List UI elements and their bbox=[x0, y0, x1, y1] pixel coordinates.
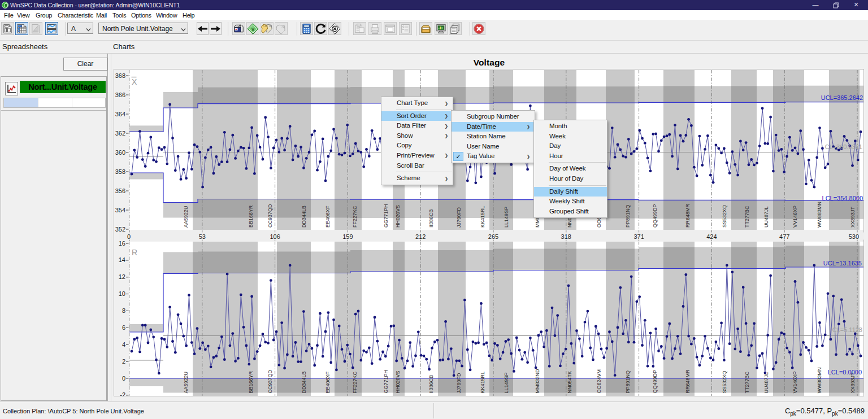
svg-text:362: 362 bbox=[115, 130, 125, 137]
svg-text:GG771PH: GG771PH bbox=[383, 204, 389, 228]
svg-text:SS532XQ: SS532XQ bbox=[722, 205, 727, 228]
svg-text:8: 8 bbox=[122, 307, 125, 314]
svg-text:371: 371 bbox=[633, 233, 644, 240]
svg-text:CL=360.0321: CL=360.0321 bbox=[825, 143, 862, 150]
svg-text:352: 352 bbox=[115, 226, 125, 233]
svg-text:14: 14 bbox=[119, 256, 125, 263]
svg-text:12: 12 bbox=[119, 273, 125, 280]
svg-text:AA5922U: AA5922U bbox=[183, 206, 189, 228]
svg-text:TT277BC: TT277BC bbox=[744, 371, 750, 393]
svg-text:VV146XP: VV146XP bbox=[792, 206, 798, 228]
svg-text:XX393JT: XX393JT bbox=[850, 206, 856, 228]
svg-text:LCL=0.0000: LCL=0.0000 bbox=[828, 369, 862, 376]
svg-text:FF227KC: FF227KC bbox=[352, 206, 358, 228]
svg-text:R: R bbox=[132, 248, 137, 257]
svg-text:4: 4 bbox=[122, 341, 125, 348]
svg-text:II386CB: II386CB bbox=[428, 375, 434, 394]
svg-text:UU487JL: UU487JL bbox=[763, 372, 769, 394]
svg-text:V: V bbox=[251, 26, 255, 32]
svg-text:424: 424 bbox=[706, 233, 717, 240]
svg-text:TT277BC: TT277BC bbox=[744, 206, 750, 228]
svg-text:BB166YR: BB166YR bbox=[248, 370, 254, 393]
svg-text:LL149SP: LL149SP bbox=[504, 207, 509, 228]
svg-text:UU487JL: UU487JL bbox=[763, 206, 769, 228]
svg-text:RR648MR: RR648MR bbox=[685, 369, 691, 394]
svg-text:BB166YR: BB166YR bbox=[248, 205, 254, 228]
svg-text:LL149SP: LL149SP bbox=[504, 372, 509, 393]
svg-text:6: 6 bbox=[122, 324, 125, 331]
svg-text:212: 212 bbox=[415, 233, 426, 240]
svg-text:HH020VS: HH020VS bbox=[395, 370, 401, 393]
svg-text:368: 368 bbox=[115, 72, 125, 79]
svg-text:KK415RL: KK415RL bbox=[480, 206, 485, 228]
svg-text:WW883MN: WW883MN bbox=[817, 202, 822, 228]
svg-text:UCL=13.1635: UCL=13.1635 bbox=[823, 260, 862, 267]
svg-text:AA5922U: AA5922U bbox=[183, 372, 189, 394]
svg-text:UCL=365.2642: UCL=365.2642 bbox=[821, 94, 863, 101]
svg-text:360: 360 bbox=[115, 149, 125, 156]
svg-text:EE406XF: EE406XF bbox=[325, 206, 331, 228]
svg-text:QQ499DP: QQ499DP bbox=[652, 370, 658, 394]
svg-text:JJ790FD: JJ790FD bbox=[456, 373, 462, 394]
svg-text:WW883MN: WW883MN bbox=[817, 367, 822, 393]
svg-text:JJ790FD: JJ790FD bbox=[456, 207, 462, 228]
svg-text:DD344LB: DD344LB bbox=[301, 206, 307, 228]
svg-text:PP891NQ: PP891NQ bbox=[625, 204, 631, 228]
svg-text:106: 106 bbox=[270, 233, 280, 240]
svg-text:318: 318 bbox=[561, 233, 571, 240]
svg-text:DD344LB: DD344LB bbox=[301, 371, 307, 393]
svg-text:MM833ND: MM833ND bbox=[535, 369, 540, 394]
svg-text:CC937QD: CC937QD bbox=[267, 204, 273, 228]
svg-text:HH020VS: HH020VS bbox=[395, 205, 401, 228]
svg-text:0: 0 bbox=[127, 233, 131, 240]
svg-text:265: 265 bbox=[488, 233, 498, 240]
svg-text:2: 2 bbox=[122, 358, 125, 365]
svg-text:CC937QD: CC937QD bbox=[267, 369, 273, 393]
svg-text:366: 366 bbox=[115, 91, 125, 98]
svg-text:QQ499DP: QQ499DP bbox=[652, 204, 658, 228]
svg-text:354: 354 bbox=[115, 207, 125, 213]
svg-text:477: 477 bbox=[779, 233, 789, 240]
svg-text:530: 530 bbox=[849, 233, 859, 240]
svg-text:II386CB: II386CB bbox=[428, 209, 434, 228]
svg-text:KK415RL: KK415RL bbox=[480, 372, 485, 394]
svg-text:PP891NQ: PP891NQ bbox=[625, 370, 631, 394]
svg-text:358: 358 bbox=[115, 168, 125, 175]
svg-text:LCL=354.8000: LCL=354.8000 bbox=[822, 195, 863, 202]
svg-text:SS532XQ: SS532XQ bbox=[722, 370, 727, 393]
svg-text:-2: -2 bbox=[120, 391, 125, 396]
svg-text:VV146XP: VV146XP bbox=[792, 371, 798, 393]
svg-text:EE406XF: EE406XF bbox=[325, 371, 331, 393]
svg-text:CL=5.1128: CL=5.1128 bbox=[832, 326, 862, 333]
svg-text:X: X bbox=[132, 77, 137, 86]
svg-text:53: 53 bbox=[199, 233, 206, 240]
svg-text:FF227KC: FF227KC bbox=[352, 371, 358, 393]
svg-text:10: 10 bbox=[119, 290, 125, 297]
svg-text:NN054TK: NN054TK bbox=[567, 371, 572, 394]
svg-text:356: 356 bbox=[115, 187, 125, 194]
svg-text:OO624VM: OO624VM bbox=[596, 369, 602, 394]
svg-text:159: 159 bbox=[342, 233, 353, 240]
svg-text:GG771PH: GG771PH bbox=[383, 370, 389, 394]
svg-text:RR648MR: RR648MR bbox=[685, 203, 691, 228]
svg-text:16: 16 bbox=[119, 240, 125, 247]
svg-text:364: 364 bbox=[115, 111, 125, 117]
svg-text:0: 0 bbox=[122, 375, 125, 382]
